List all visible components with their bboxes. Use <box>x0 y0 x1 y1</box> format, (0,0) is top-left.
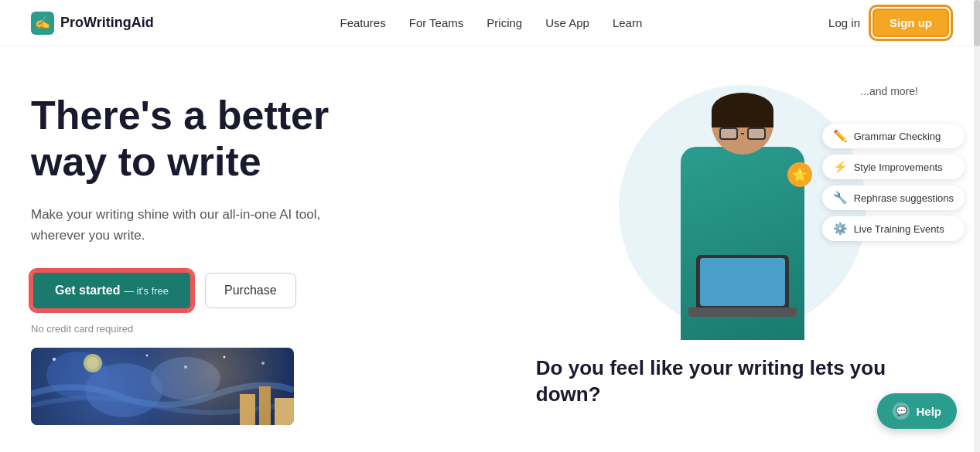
signup-button[interactable]: Sign up <box>872 8 949 37</box>
svg-point-4 <box>84 354 102 372</box>
pill-rephrase: 🔧 Rephrase suggestions <box>822 185 965 210</box>
hero-section: There's a better way to write Make your … <box>0 46 980 340</box>
svg-point-2 <box>85 363 162 417</box>
nav-learn[interactable]: Learn <box>613 16 642 29</box>
help-button[interactable]: 💬 Help <box>877 393 957 429</box>
rephrase-icon: 🔧 <box>833 191 848 205</box>
hero-subtitle: Make your writing shine with our all-in-… <box>31 204 340 246</box>
nav-features[interactable]: Features <box>340 16 386 29</box>
svg-point-9 <box>224 356 226 359</box>
person-illustration: ⭐ <box>634 77 851 340</box>
training-icon: ⚙️ <box>833 222 848 236</box>
svg-point-5 <box>87 357 99 369</box>
and-more-text: ...and more! <box>860 85 918 97</box>
nav-links: Features For Teams Pricing Use App Learn <box>340 16 643 30</box>
nav-for-teams[interactable]: For Teams <box>409 16 464 29</box>
feature-pills: ✏️ Grammar Checking ⚡ Style Improvements… <box>822 124 965 241</box>
starry-night-card <box>31 348 294 425</box>
person-glasses <box>719 127 766 140</box>
person-hair <box>712 93 773 127</box>
svg-point-8 <box>184 365 187 369</box>
logo-text: ProWritingAid <box>60 15 154 31</box>
starry-night-svg <box>31 348 294 425</box>
nav-pricing[interactable]: Pricing <box>487 16 522 29</box>
scrollbar[interactable] <box>974 0 980 452</box>
star-badge: ⭐ <box>787 162 812 187</box>
navigation: ✍ ProWritingAid Features For Teams Prici… <box>0 0 980 46</box>
hero-illustration: ⭐ ...and more! ✏️ Grammar Checking ⚡ Sty… <box>536 77 949 340</box>
laptop-base <box>688 308 797 317</box>
svg-rect-0 <box>31 348 294 425</box>
style-icon: ⚡ <box>833 160 848 174</box>
svg-rect-11 <box>240 394 255 425</box>
laptop-screen <box>696 255 789 309</box>
logo[interactable]: ✍ ProWritingAid <box>31 12 154 35</box>
hero-content: There's a better way to write Make your … <box>31 77 536 340</box>
nav-use-app[interactable]: Use App <box>545 16 589 29</box>
svg-point-1 <box>46 352 108 398</box>
purchase-button[interactable]: Purchase <box>205 273 296 308</box>
svg-point-3 <box>151 357 220 400</box>
pill-training: ⚙️ Live Training Events <box>822 216 965 241</box>
pill-style: ⚡ Style Improvements <box>822 155 965 179</box>
person-body: ⭐ <box>681 147 804 340</box>
svg-rect-12 <box>259 386 271 425</box>
nav-actions: Log in Sign up <box>828 8 949 37</box>
lower-section: Do you feel like your writing lets you d… <box>0 348 980 452</box>
login-button[interactable]: Log in <box>828 16 860 29</box>
svg-rect-13 <box>275 398 294 425</box>
logo-icon: ✍ <box>31 12 54 35</box>
help-chat-icon: 💬 <box>893 403 910 420</box>
no-credit-text: No credit card required <box>31 323 536 335</box>
svg-point-7 <box>146 355 149 357</box>
pill-grammar: ✏️ Grammar Checking <box>822 124 965 148</box>
lower-left <box>31 348 536 452</box>
svg-point-6 <box>53 358 56 361</box>
hero-buttons: Get started — it's free Purchase <box>31 270 536 311</box>
get-started-button[interactable]: Get started — it's free <box>31 270 193 311</box>
cta-free-label: — it's free <box>124 285 169 297</box>
svg-point-10 <box>261 362 265 365</box>
scrollbar-thumb[interactable] <box>974 0 980 46</box>
grammar-icon: ✏️ <box>833 129 848 143</box>
hero-title: There's a better way to write <box>31 93 536 185</box>
